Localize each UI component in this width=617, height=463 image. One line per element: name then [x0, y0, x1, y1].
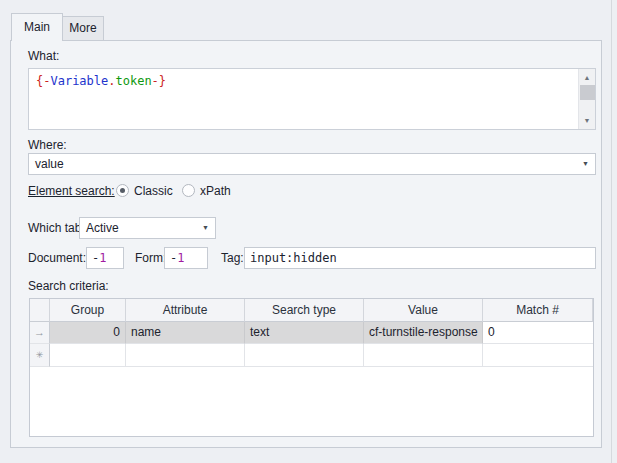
column-header-search-type[interactable]: Search type — [245, 299, 364, 322]
form-value: -1 — [170, 248, 184, 268]
tab-more[interactable]: More — [63, 16, 104, 40]
cell-match[interactable]: 0 — [483, 322, 593, 344]
where-value: value — [35, 154, 64, 174]
what-value: {-Variable.token-} — [36, 74, 166, 88]
column-header-match[interactable]: Match # — [483, 299, 593, 322]
where-combobox[interactable]: value ▼ — [28, 153, 596, 175]
radio-xpath-label[interactable]: xPath — [200, 184, 231, 198]
chevron-down-icon[interactable]: ▼ — [202, 218, 209, 238]
column-header-attribute[interactable]: Attribute — [126, 299, 245, 322]
scroll-up-icon[interactable]: ▲ — [579, 70, 595, 85]
token-object: Variable — [50, 74, 108, 88]
chevron-down-icon[interactable]: ▼ — [582, 154, 589, 174]
what-scrollbar[interactable]: ▲ ▼ — [578, 69, 595, 129]
scroll-down-icon[interactable]: ▼ — [579, 113, 595, 128]
tab-page-main: What: {-Variable.token-} ▲ ▼ Where: valu… — [10, 40, 602, 448]
column-header-value[interactable]: Value — [364, 299, 483, 322]
grid-corner-cell[interactable] — [30, 299, 50, 322]
radio-classic-label[interactable]: Classic — [134, 184, 173, 198]
element-search-label[interactable]: Element search: — [28, 184, 115, 198]
document-number: 1 — [99, 251, 106, 265]
form-number: 1 — [177, 251, 184, 265]
which-tab-label: Which tab: — [28, 221, 85, 235]
current-row-icon[interactable]: → — [30, 322, 50, 344]
cell-value[interactable]: cf-turnstile-response — [364, 322, 483, 344]
cell-attribute[interactable]: name — [126, 322, 245, 344]
grid-empty-area — [30, 367, 593, 436]
document-value: -1 — [92, 248, 106, 268]
column-header-group[interactable]: Group — [50, 299, 126, 322]
where-label: Where: — [28, 138, 67, 152]
which-tab-combobox[interactable]: Active ▼ — [79, 217, 216, 239]
what-input[interactable]: {-Variable.token-} ▲ ▼ — [28, 68, 596, 130]
cell-attribute-empty[interactable] — [126, 344, 245, 367]
token-open: {- — [36, 74, 50, 88]
cell-group-empty[interactable] — [50, 344, 126, 367]
cell-match-empty[interactable] — [483, 344, 593, 367]
document-label: Document: — [28, 251, 86, 265]
tag-input[interactable]: input:hidden — [244, 247, 596, 269]
form-input[interactable]: -1 — [164, 247, 208, 269]
cell-search-type[interactable]: text — [245, 322, 364, 344]
tag-label: Tag: — [221, 251, 244, 265]
cell-value-empty[interactable] — [364, 344, 483, 367]
scrollbar-thumb[interactable] — [580, 85, 595, 100]
cell-search-type-empty[interactable] — [245, 344, 364, 367]
tag-value: input:hidden — [250, 248, 337, 268]
search-criteria-label: Search criteria: — [28, 279, 109, 293]
dialog: Main More What: {-Variable.token-} ▲ ▼ W… — [0, 0, 617, 463]
tab-main[interactable]: Main — [11, 13, 63, 41]
token-member: token — [115, 74, 151, 88]
cell-group[interactable]: 0 — [50, 322, 126, 344]
search-criteria-grid: Group Attribute Search type Value Match … — [29, 298, 594, 437]
table-row[interactable]: → 0 name text cf-turnstile-response 0 — [30, 322, 593, 344]
what-label: What: — [28, 49, 59, 63]
document-input[interactable]: -1 — [86, 247, 124, 269]
which-tab-value: Active — [86, 218, 119, 238]
grid-header-row: Group Attribute Search type Value Match … — [30, 299, 593, 322]
token-close: -} — [152, 74, 166, 88]
window-edge-divider — [611, 0, 612, 463]
new-row-icon[interactable]: ✳ — [30, 344, 50, 367]
radio-classic[interactable] — [116, 184, 129, 197]
form-label: Form: — [135, 251, 166, 265]
radio-xpath[interactable] — [182, 184, 195, 197]
new-row[interactable]: ✳ — [30, 344, 593, 367]
